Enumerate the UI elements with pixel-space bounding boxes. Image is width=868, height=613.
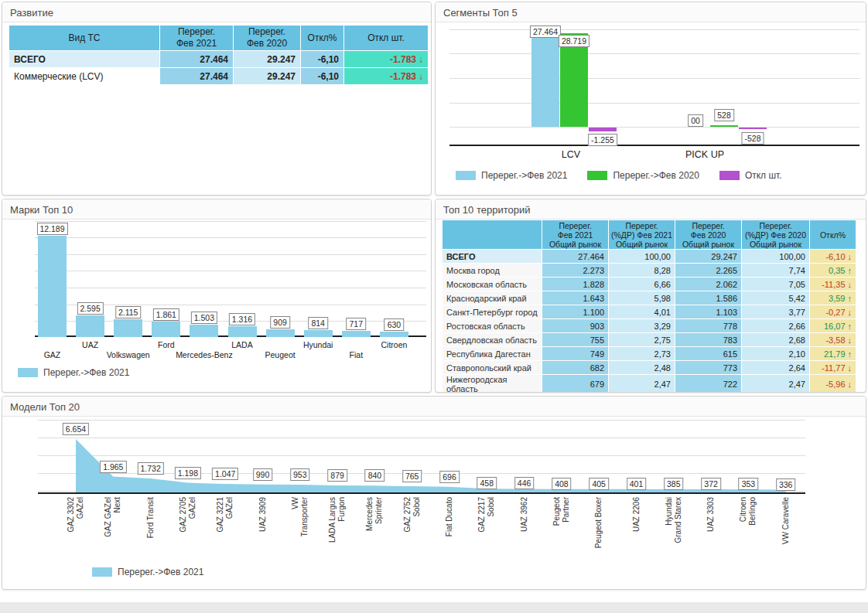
vehicle-type-cell[interactable]: Коммерческие (LCV) [9, 68, 159, 84]
territory-name-cell[interactable]: Свердловская область [443, 333, 542, 346]
bar-lcv-series-0[interactable] [531, 37, 559, 127]
category-label[interactable]: Volkswagen [107, 350, 150, 359]
value-label: 27.464 [530, 26, 561, 38]
category-label[interactable]: Peugeot Boxer [594, 497, 603, 574]
category-label[interactable]: Peugeot [265, 350, 296, 359]
vehicle-type-cell[interactable]: ВСЕГО [9, 51, 159, 67]
table-row: Московская область1.8286,662.0627,05-11,… [443, 278, 856, 291]
category-label[interactable]: GAZ 3302 GAZel [67, 497, 85, 574]
category-label[interactable]: Ford Transit [146, 497, 155, 574]
category-label[interactable]: LADA Largus Furgon [328, 497, 347, 574]
territory-name-cell[interactable]: Ставропольский край [443, 361, 542, 374]
category-label[interactable]: GAZ 2705 GAZel [179, 497, 197, 574]
territory-name-cell[interactable]: Республика Дагестан [443, 347, 542, 360]
count-cell: 749 [542, 347, 608, 360]
bar-citroen[interactable] [380, 332, 408, 337]
count-cell: 682 [542, 361, 608, 374]
category-label[interactable]: GAZ 2217 Sobol [477, 497, 496, 574]
percent-cell: 2,47 [742, 375, 809, 393]
count-cell: 2.265 [675, 264, 741, 277]
bar-uaz[interactable] [76, 315, 104, 337]
bar-gaz[interactable] [38, 236, 67, 337]
value-2020-cell: 29.247 [234, 68, 300, 84]
category-label[interactable]: UAZ 3962 [520, 497, 529, 574]
category-label[interactable]: Citroen [381, 340, 407, 349]
category-label[interactable]: Citroen Berlingo [739, 497, 757, 574]
value-label: 1.047 [212, 468, 238, 480]
category-label[interactable]: GAZ [44, 350, 61, 359]
trend-down-icon: ↓ [848, 280, 853, 289]
count-cell: 1.643 [542, 291, 608, 305]
percent-cell: 100,00 [609, 250, 675, 263]
percent-cell: 2,47 [609, 375, 675, 393]
count-cell: 679 [542, 375, 608, 393]
category-label[interactable]: Hyundai Grand Starex [665, 497, 683, 574]
gridline [449, 127, 859, 128]
column-header [443, 220, 542, 249]
category-label[interactable]: Mercedes-Benz [176, 350, 233, 359]
value-label: 1.861 [153, 308, 179, 321]
category-label[interactable]: UAZ 3909 [258, 497, 268, 574]
table-row: Коммерческие (LCV)27.46429.247-6,10-1.78… [9, 68, 428, 84]
category-label[interactable]: UAZ [82, 340, 98, 349]
delta-units-cell: -1.783↓ [344, 51, 428, 67]
value-label: 353 [739, 478, 759, 490]
delta-value: -0,27 [825, 308, 845, 317]
category-label[interactable]: GAZ 2752 Sobol [403, 497, 422, 574]
category-label[interactable]: GAZ 3221 GAZel [216, 497, 234, 574]
panel-development: Развитие Вид ТСПеререг. Фев 2021Перерег.… [2, 2, 432, 196]
value-label: 990 [253, 468, 273, 481]
category-label[interactable]: UAZ 3303 [706, 497, 716, 574]
category-label[interactable]: LADA [231, 340, 252, 349]
count-cell: 755 [542, 333, 608, 346]
territory-name-cell[interactable]: Московская область [443, 278, 542, 291]
delta-pct-cell: -5,96↓ [810, 375, 856, 393]
category-label[interactable]: Ford [158, 340, 175, 349]
value-label: 336 [776, 478, 796, 491]
percent-cell: 4,01 [609, 305, 675, 318]
count-cell: 778 [675, 319, 741, 332]
gridline [449, 78, 859, 79]
category-label[interactable]: Fiat [350, 350, 364, 359]
territory-name-cell[interactable]: Краснодарский край [443, 291, 542, 305]
legend-label: Перерег.->Фев 2020 [613, 170, 699, 181]
category-label[interactable]: GAZ GAZel Next [104, 497, 122, 574]
value-label: 1.198 [175, 467, 201, 479]
bar-fiat[interactable] [342, 331, 371, 337]
category-label[interactable]: Peugeot Partner [552, 497, 571, 574]
legend-label: Перерег.->Фев 2021 [118, 567, 203, 577]
territory-name-cell[interactable]: Ростовская область [443, 319, 542, 332]
bar-hyundai[interactable] [304, 330, 333, 337]
category-label[interactable]: Mercedes Sprinter [365, 497, 384, 574]
category-label[interactable]: LCV [562, 149, 580, 160]
category-label[interactable]: VW Transporter [291, 497, 309, 574]
legend-swatch [92, 567, 112, 577]
panel-title-segments: Сегменты Топ 5 [436, 2, 866, 22]
bar-ford[interactable] [152, 322, 180, 337]
gridline [35, 237, 426, 238]
bar-pick-up-series-2[interactable] [739, 128, 767, 129]
trend-down-icon: ↓ [848, 363, 853, 373]
category-label[interactable]: Fiat Ducato [445, 497, 454, 574]
delta-value: 0,35 [829, 266, 845, 275]
percent-cell: 2,48 [609, 361, 675, 374]
bar-volkswagen[interactable] [114, 319, 142, 337]
territory-name-cell[interactable]: Нижегородская область [443, 375, 542, 393]
bar-peugeot[interactable] [266, 329, 295, 337]
category-label[interactable]: VW Caravelle [781, 497, 791, 574]
category-label[interactable]: PICK UP [685, 149, 724, 160]
bar-pick-up-series-1[interactable] [710, 125, 738, 127]
development-table-head: Вид ТСПеререг. Фев 2021Перерег. Фев 2020… [9, 26, 428, 50]
territory-name-cell[interactable]: Москва город [443, 264, 542, 277]
territory-name-cell[interactable]: ВСЕГО [443, 250, 542, 263]
category-label[interactable]: Hyundai [303, 340, 333, 349]
bar-lada[interactable] [228, 326, 257, 337]
percent-cell: 5,98 [609, 291, 675, 305]
legend-item: Перерег.->Фев 2021 [92, 567, 203, 577]
territory-name-cell[interactable]: Санкт-Петербург город [443, 305, 542, 318]
territories-table-body: ВСЕГО27.464100,0029.247100,00-6,10↓Москв… [443, 250, 856, 393]
bar-mercedes-benz[interactable] [190, 325, 218, 337]
models-legend: Перерег.->Фев 2021 [92, 567, 203, 577]
bar-lcv-series-2[interactable] [589, 128, 617, 131]
category-label[interactable]: UAZ 2206 [632, 497, 641, 574]
